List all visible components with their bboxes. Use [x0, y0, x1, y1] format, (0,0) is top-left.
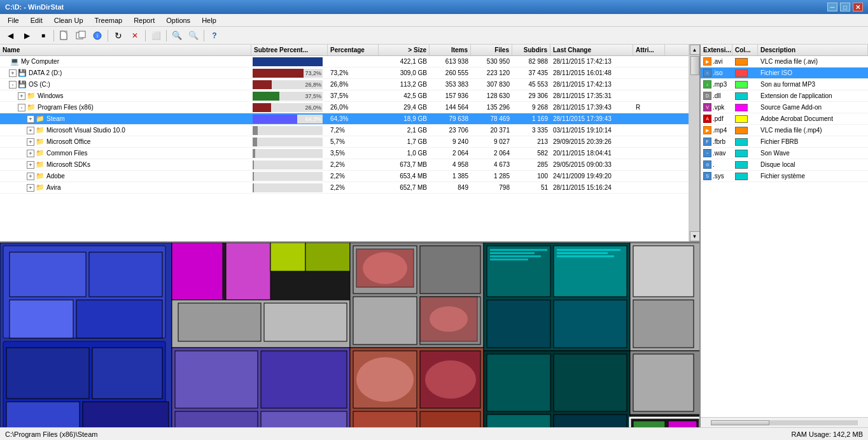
- svg-rect-73: [633, 421, 665, 427]
- menu-help[interactable]: Help: [197, 15, 221, 25]
- expand-button[interactable]: +: [27, 138, 34, 146]
- toolbar-stop[interactable]: ■: [36, 29, 51, 43]
- col-header-pct[interactable]: Percentage: [328, 45, 379, 55]
- toolbar-zoom-in[interactable]: 🔍: [169, 29, 185, 43]
- tree-scrollbar[interactable]: ▲ ▼: [689, 45, 699, 241]
- tree-row[interactable]: +📁Avira2,2%652,7 MB8497985128/11/2015 15…: [0, 182, 689, 194]
- minimize-button[interactable]: ─: [827, 3, 837, 11]
- scroll-thumb[interactable]: [690, 56, 699, 75]
- row-files: 223 120: [471, 69, 512, 76]
- expand-button[interactable]: +: [9, 69, 17, 77]
- ext-list-item[interactable]: V.vpkSource Game Add-on: [701, 102, 868, 113]
- menu-treemap[interactable]: Treemap: [90, 15, 128, 25]
- ext-col-header-col[interactable]: Col...: [732, 45, 758, 55]
- ext-list-item[interactable]: A.pdfAdobe Acrobat Document: [701, 113, 868, 125]
- ext-col-header-ext[interactable]: Extensi...: [701, 45, 732, 55]
- svg-rect-54: [175, 351, 258, 408]
- svg-rect-37: [490, 249, 547, 251]
- expand-button[interactable]: +: [27, 127, 34, 134]
- toolbar-rect[interactable]: ⬜: [148, 29, 164, 43]
- ext-list-item[interactable]: ▶.mp4VLC media file (.mp4): [701, 125, 868, 136]
- tree-row[interactable]: +📁Common Files3,5%1,0 GB2 0642 06458220/…: [0, 148, 689, 159]
- ext-list-item[interactable]: ○.isoFichier ISO: [701, 67, 868, 79]
- expand-button[interactable]: -: [18, 104, 25, 111]
- ext-list-item[interactable]: F.fbrbFichier FBRB: [701, 136, 868, 148]
- tree-row[interactable]: -💾OS (C:)26,8%26,8%113,2 GB353 383307 83…: [0, 79, 689, 90]
- ext-col-header-desc[interactable]: Description: [758, 45, 868, 55]
- row-items: 9 240: [430, 138, 471, 145]
- menu-file[interactable]: File: [3, 15, 24, 25]
- menu-options[interactable]: Options: [161, 15, 195, 25]
- row-lastchange: 28/11/2015 17:35:31: [550, 92, 633, 99]
- treemap-area[interactable]: [0, 243, 699, 427]
- close-button[interactable]: ✕: [853, 3, 863, 11]
- row-pct: 7,2%: [328, 127, 379, 134]
- ext-color-swatch: [735, 58, 748, 66]
- expand-button[interactable]: +: [27, 184, 34, 192]
- expand-button[interactable]: +: [27, 161, 34, 169]
- row-size: 653,4 MB: [379, 173, 430, 180]
- ext-list-item[interactable]: D.dllExtension de l'application: [701, 90, 868, 102]
- col-header-attri[interactable]: Attri...: [633, 45, 665, 55]
- tree-row[interactable]: +💾DATA 2 (D:)73,2%73,2%309,0 GB260 55522…: [0, 67, 689, 79]
- tree-row[interactable]: +📁Microsoft SDKs2,2%673,7 MB4 9584 67328…: [0, 159, 689, 171]
- toolbar-forward[interactable]: ▶: [19, 29, 34, 43]
- row-lastchange: 28/11/2015 17:42:13: [550, 58, 633, 65]
- subtree-bar-container: [253, 126, 323, 135]
- expand-button[interactable]: +: [27, 173, 34, 180]
- menu-bar: File Edit Clean Up Treemap Report Option…: [0, 14, 868, 27]
- ext-list-item[interactable]: S.sysFichier système: [701, 171, 868, 182]
- col-header-name[interactable]: Name: [0, 45, 251, 55]
- col-header-files[interactable]: Files: [471, 45, 512, 55]
- subtree-bar: [253, 57, 323, 66]
- tree-row[interactable]: +📁Windows37,5%37,5%42,5 GB157 936128 630…: [0, 90, 689, 102]
- toolbar-file2[interactable]: [73, 29, 88, 43]
- ext-hscroll-thumb[interactable]: [711, 420, 769, 425]
- col-header-items[interactable]: Items: [430, 45, 471, 55]
- col-header-subtree[interactable]: Subtree Percent...: [251, 45, 328, 55]
- toolbar-back[interactable]: ◀: [3, 29, 18, 43]
- expand-button[interactable]: +: [18, 92, 25, 100]
- row-attri: R: [633, 104, 665, 111]
- row-pct: 64,3%: [328, 115, 379, 122]
- ext-list-item[interactable]: ♪.mp3Son au format MP3: [701, 79, 868, 90]
- row-files: 1 285: [471, 173, 512, 180]
- svg-rect-64: [420, 411, 480, 427]
- row-pct: 2,2%: [328, 173, 379, 180]
- ext-list-item[interactable]: ▶.aviVLC media file (.avi): [701, 56, 868, 67]
- tree-row[interactable]: -📁Program Files (x86)26,0%26,0%29,4 GB14…: [0, 102, 689, 113]
- menu-cleanup[interactable]: Clean Up: [49, 15, 88, 25]
- tree-row[interactable]: +📁Adobe2,2%653,4 MB1 3851 28510024/11/20…: [0, 171, 689, 182]
- row-items: 260 555: [430, 69, 471, 76]
- tree-row[interactable]: 💻My Computer422,1 GB613 938530 95082 988…: [0, 56, 689, 67]
- toolbar-help[interactable]: ?: [207, 29, 222, 43]
- toolbar-zoom-out[interactable]: 🔍: [186, 29, 201, 43]
- col-header-size[interactable]: > Size: [379, 45, 430, 55]
- expand-button[interactable]: -: [9, 81, 17, 89]
- subtree-bar-container: 73,2%: [253, 69, 323, 78]
- menu-report[interactable]: Report: [129, 15, 160, 25]
- ext-list-item[interactable]: ~.wavSon Wave: [701, 148, 868, 159]
- col-header-lastchange[interactable]: Last Change: [550, 45, 633, 55]
- mp4-icon: ▶: [703, 126, 711, 134]
- menu-edit[interactable]: Edit: [25, 15, 48, 25]
- row-items: 613 938: [430, 58, 471, 65]
- expand-button[interactable]: +: [27, 150, 34, 157]
- tree-row[interactable]: +📁Microsoft Visual Studio 10.07,2%2,1 GB…: [0, 125, 689, 136]
- scroll-down[interactable]: ▼: [690, 231, 700, 241]
- svg-rect-67: [554, 354, 627, 411]
- ext-label: .: [713, 161, 715, 168]
- expand-button[interactable]: +: [27, 115, 34, 123]
- ext-list-item[interactable]: ⊙.Disque local: [701, 159, 868, 171]
- tree-row[interactable]: +📁Microsoft Office5,7%1,7 GB9 2409 02721…: [0, 136, 689, 148]
- ext-rows-container: ▶.aviVLC media file (.avi)○.isoFichier I…: [701, 56, 868, 417]
- scroll-up[interactable]: ▲: [690, 45, 700, 55]
- ext-label: .mp3: [713, 81, 727, 88]
- tree-row[interactable]: +📁Steam64,3%64,3%18,9 GB79 63878 4691 16…: [0, 113, 689, 125]
- toolbar-refresh[interactable]: ↻: [111, 29, 126, 43]
- maximize-button[interactable]: □: [840, 3, 850, 11]
- toolbar-file3[interactable]: i: [90, 29, 105, 43]
- toolbar-cancel[interactable]: ✕: [127, 29, 143, 43]
- toolbar-file1[interactable]: [57, 29, 72, 43]
- col-header-subdirs[interactable]: Subdirs: [512, 45, 550, 55]
